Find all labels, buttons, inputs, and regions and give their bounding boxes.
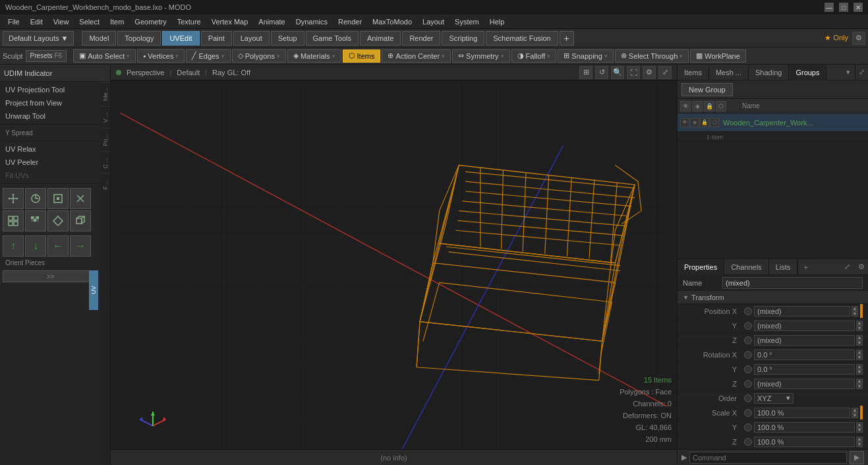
- menu-dynamics[interactable]: Dynamics: [291, 16, 333, 27]
- arrow-up-button[interactable]: ↑: [3, 235, 24, 257]
- position-z-enable[interactable]: [744, 336, 752, 344]
- items-panel-expand[interactable]: ⤢: [855, 65, 868, 80]
- name-value[interactable]: (mixed): [722, 277, 863, 289]
- tab-groups[interactable]: Groups: [789, 65, 826, 80]
- grid-tool-icon[interactable]: [3, 210, 24, 232]
- settings-button[interactable]: ⚙: [852, 32, 865, 45]
- select-through-button[interactable]: ⊗ Select Through ▾: [615, 49, 689, 63]
- item-render-icon[interactable]: ◈: [690, 118, 699, 127]
- rotation-y-enable[interactable]: [744, 365, 752, 373]
- edges-button[interactable]: ╱ Edges ▾: [186, 49, 230, 63]
- snapping-button[interactable]: ⊞ Snapping ▾: [558, 49, 614, 63]
- tab-game-tools[interactable]: Game Tools: [306, 31, 359, 46]
- checkerboard-icon[interactable]: [25, 210, 46, 232]
- viewport-zoom-icon[interactable]: 🔍: [611, 66, 624, 79]
- scale-y-up[interactable]: ▲: [856, 422, 863, 427]
- tab-paint[interactable]: Paint: [201, 31, 232, 46]
- lock-icon[interactable]: 🔒: [704, 101, 714, 111]
- add-tab-button[interactable]: +: [560, 31, 574, 46]
- fit-uvs[interactable]: Fit UVs: [0, 169, 101, 182]
- tabs-dropdown-arrow[interactable]: ▾: [842, 65, 855, 80]
- position-x-down[interactable]: ▼: [852, 311, 858, 317]
- tab-shading[interactable]: Shading: [749, 65, 789, 80]
- tab-properties[interactable]: Properties: [678, 259, 724, 275]
- add-tab-button[interactable]: +: [797, 259, 813, 275]
- position-z-down[interactable]: ▼: [856, 340, 863, 346]
- viewport-grid-icon[interactable]: ⊞: [579, 66, 593, 79]
- menu-select[interactable]: Select: [74, 16, 105, 27]
- render-icon[interactable]: ◈: [692, 101, 703, 111]
- extra-icon[interactable]: ⬡: [716, 101, 726, 111]
- tab-topology[interactable]: Topology: [117, 31, 161, 46]
- tab-animate[interactable]: Animate: [360, 31, 401, 46]
- rotation-z-value[interactable]: (mixed): [754, 379, 855, 389]
- props-settings-icon[interactable]: ⚙: [855, 259, 868, 275]
- tab-schematic[interactable]: Schematic Fusion: [486, 31, 558, 46]
- item-eye-icon[interactable]: 👁: [680, 118, 689, 127]
- tab-layout[interactable]: Layout: [233, 31, 270, 46]
- viewport-settings-icon[interactable]: ⚙: [643, 66, 656, 79]
- menu-geometry[interactable]: Geometry: [129, 16, 171, 27]
- uv-peeler[interactable]: UV Peeler: [0, 156, 101, 169]
- uv-projection-tool[interactable]: UV Projection Tool: [0, 83, 101, 96]
- rotation-x-up[interactable]: ▲: [856, 350, 863, 355]
- menu-max-to-modo[interactable]: MaxToModo: [367, 16, 417, 27]
- cube-icon[interactable]: [70, 210, 91, 232]
- menu-item[interactable]: Item: [105, 16, 129, 27]
- position-z-up[interactable]: ▲: [856, 335, 863, 340]
- position-x-enable[interactable]: [744, 307, 752, 315]
- position-y-enable[interactable]: [744, 322, 752, 330]
- rotate-tool-icon[interactable]: [25, 188, 46, 209]
- rotation-z-up[interactable]: ▲: [856, 379, 863, 384]
- close-button[interactable]: ✕: [854, 3, 863, 12]
- menu-view[interactable]: View: [48, 16, 74, 27]
- viewport-expand-icon[interactable]: ⤢: [658, 66, 672, 79]
- uv-relax[interactable]: UV Relax: [0, 142, 101, 156]
- side-tab-c[interactable]: C ...: [101, 152, 110, 174]
- unwrap-tool[interactable]: Unwrap Tool: [0, 109, 101, 123]
- tab-render[interactable]: Render: [402, 31, 440, 46]
- project-from-view[interactable]: Project from View: [0, 96, 101, 109]
- polygons-button[interactable]: ◇ Polygons ▾: [232, 49, 286, 63]
- menu-layout[interactable]: Layout: [417, 16, 449, 27]
- menu-system[interactable]: System: [449, 16, 484, 27]
- menu-edit[interactable]: Edit: [25, 16, 48, 27]
- viewport-canvas[interactable]: 15 Items Polygons : Face Channels: 0 Def…: [111, 80, 677, 465]
- spread-section[interactable]: Y Spread: [0, 126, 101, 139]
- scale-tool-icon[interactable]: [47, 188, 69, 209]
- tab-uvedit[interactable]: UVEdit: [162, 31, 199, 46]
- rotation-x-enable[interactable]: [744, 351, 752, 359]
- viewport-refresh-icon[interactable]: ↺: [595, 66, 608, 79]
- scale-x-enable[interactable]: [744, 409, 752, 417]
- side-tab-me[interactable]: Me...: [101, 82, 110, 106]
- tab-setup[interactable]: Setup: [271, 31, 304, 46]
- scale-z-down[interactable]: ▼: [856, 442, 863, 447]
- items-button[interactable]: ⬡ Items: [343, 49, 381, 63]
- rotation-z-down[interactable]: ▼: [856, 384, 863, 389]
- position-z-value[interactable]: (mixed): [754, 335, 855, 346]
- action-center-button[interactable]: ⊕ Action Center ▾: [382, 49, 451, 63]
- menu-file[interactable]: File: [3, 16, 25, 27]
- arrow-right-button[interactable]: →: [70, 235, 91, 257]
- position-y-down[interactable]: ▼: [856, 326, 863, 331]
- rotation-z-enable[interactable]: [744, 380, 752, 388]
- scale-y-enable[interactable]: [744, 423, 752, 431]
- side-tab-v[interactable]: V ...: [101, 106, 110, 128]
- menu-texture[interactable]: Texture: [172, 16, 206, 27]
- vertices-button[interactable]: • Vertices ▾: [137, 49, 185, 63]
- new-group-button[interactable]: New Group: [681, 83, 733, 96]
- viewport[interactable]: Perspective | Default | Ray GL: Off ⊞ ↺ …: [111, 65, 677, 465]
- tab-items[interactable]: Items: [678, 65, 709, 80]
- rotation-x-value[interactable]: 0.0 °: [754, 350, 855, 360]
- materials-button[interactable]: ◈ Materials ▾: [287, 49, 341, 63]
- menu-animate[interactable]: Animate: [253, 16, 290, 27]
- menu-render[interactable]: Render: [333, 16, 367, 27]
- scale-x-down[interactable]: ▼: [852, 413, 858, 418]
- auto-select-button[interactable]: ▣ Auto Select ▾: [73, 49, 136, 63]
- rotation-y-down[interactable]: ▼: [856, 369, 863, 375]
- side-tab-po[interactable]: Po...: [101, 128, 110, 152]
- scale-z-up[interactable]: ▲: [856, 437, 863, 442]
- position-y-up[interactable]: ▲: [856, 321, 863, 326]
- rotation-y-value[interactable]: 0.0 °: [754, 364, 855, 375]
- command-input[interactable]: [689, 452, 847, 464]
